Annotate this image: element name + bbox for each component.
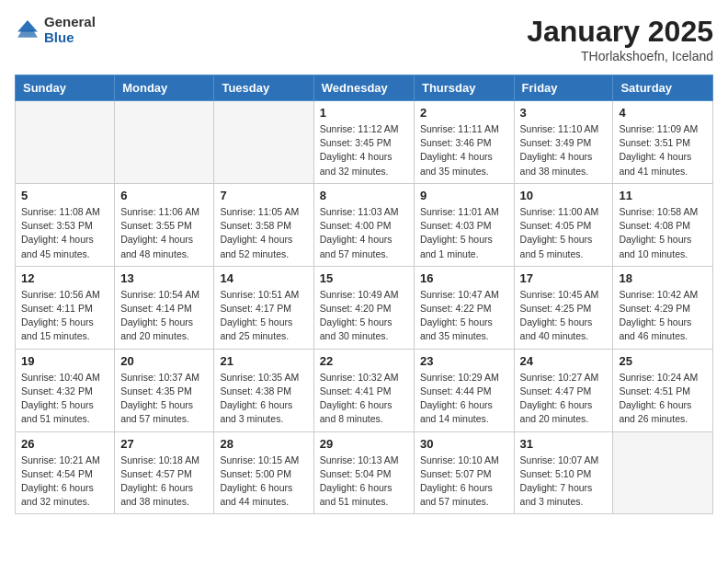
day-info: Sunrise: 10:35 AMSunset: 4:38 PMDaylight… [220,371,307,427]
day-info: Sunrise: 10:32 AMSunset: 4:41 PMDaylight… [320,371,408,427]
calendar-cell [115,101,214,184]
month-title: January 2025 [527,15,713,49]
day-number: 1 [320,106,408,120]
day-number: 30 [420,437,508,451]
calendar-cell: 13Sunrise: 10:54 AMSunset: 4:14 PMDaylig… [115,266,214,349]
logo-blue: Blue [44,29,74,45]
day-info: Sunrise: 10:29 AMSunset: 4:44 PMDaylight… [420,371,508,427]
weekday-header-row: SundayMondayTuesdayWednesdayThursdayFrid… [16,75,713,101]
svg-marker-0 [17,20,38,31]
day-number: 23 [420,354,508,368]
day-number: 5 [21,189,108,202]
calendar-cell: 19Sunrise: 10:40 AMSunset: 4:32 PMDaylig… [16,349,115,431]
day-number: 3 [520,106,608,120]
day-info: Sunrise: 10:10 AMSunset: 5:07 PMDaylight… [420,454,508,510]
calendar-cell: 9Sunrise: 11:01 AMSunset: 4:03 PMDayligh… [414,183,514,266]
calendar-cell: 15Sunrise: 10:49 AMSunset: 4:20 PMDaylig… [313,266,414,349]
day-number: 10 [520,189,608,202]
calendar-cell: 3Sunrise: 11:10 AMSunset: 3:49 PMDayligh… [514,101,613,184]
day-number: 17 [520,271,608,285]
day-number: 11 [619,189,707,202]
day-number: 26 [21,437,108,451]
day-info: Sunrise: 10:37 AMSunset: 4:35 PMDaylight… [120,371,208,427]
calendar-cell: 30Sunrise: 10:10 AMSunset: 5:07 PMDaylig… [414,431,514,514]
day-info: Sunrise: 10:21 AMSunset: 4:54 PMDaylight… [21,454,108,510]
day-info: Sunrise: 10:27 AMSunset: 4:47 PMDaylight… [520,371,608,427]
logo-general: General [44,14,96,29]
calendar-cell: 12Sunrise: 10:56 AMSunset: 4:11 PMDaylig… [16,266,115,349]
week-row-3: 12Sunrise: 10:56 AMSunset: 4:11 PMDaylig… [16,266,713,349]
calendar-cell: 20Sunrise: 10:37 AMSunset: 4:35 PMDaylig… [115,349,214,431]
day-number: 25 [619,354,707,368]
day-number: 8 [320,189,408,202]
calendar-cell: 11Sunrise: 10:58 AMSunset: 4:08 PMDaylig… [613,183,713,266]
calendar-cell: 6Sunrise: 11:06 AMSunset: 3:55 PMDayligh… [115,183,214,266]
weekday-header-tuesday: Tuesday [214,75,313,101]
day-info: Sunrise: 10:18 AMSunset: 4:57 PMDaylight… [120,454,208,510]
day-info: Sunrise: 10:24 AMSunset: 4:51 PMDaylight… [619,371,707,427]
weekday-header-monday: Monday [115,75,214,101]
day-number: 24 [520,354,608,368]
day-info: Sunrise: 10:51 AMSunset: 4:17 PMDaylight… [220,288,307,344]
day-info: Sunrise: 11:06 AMSunset: 3:55 PMDaylight… [120,205,208,261]
page-header: General Blue January 2025 THorlakshoefn,… [15,15,713,63]
calendar-cell: 23Sunrise: 10:29 AMSunset: 4:44 PMDaylig… [414,349,514,431]
day-info: Sunrise: 10:13 AMSunset: 5:04 PMDaylight… [320,454,408,510]
day-number: 18 [619,271,707,285]
day-info: Sunrise: 11:03 AMSunset: 4:00 PMDaylight… [320,205,408,261]
calendar-cell: 18Sunrise: 10:42 AMSunset: 4:29 PMDaylig… [613,266,713,349]
day-info: Sunrise: 11:00 AMSunset: 4:05 PMDaylight… [520,205,608,261]
calendar-cell: 22Sunrise: 10:32 AMSunset: 4:41 PMDaylig… [313,349,414,431]
day-number: 27 [120,437,208,451]
calendar-cell: 8Sunrise: 11:03 AMSunset: 4:00 PMDayligh… [313,183,414,266]
calendar-cell: 24Sunrise: 10:27 AMSunset: 4:47 PMDaylig… [514,349,613,431]
week-row-5: 26Sunrise: 10:21 AMSunset: 4:54 PMDaylig… [16,431,713,514]
day-number: 31 [520,437,608,451]
day-number: 21 [220,354,307,368]
calendar-cell: 26Sunrise: 10:21 AMSunset: 4:54 PMDaylig… [16,431,115,514]
location: THorlakshoefn, Iceland [527,49,713,63]
day-info: Sunrise: 10:15 AMSunset: 5:00 PMDaylight… [220,454,307,510]
day-info: Sunrise: 11:09 AMSunset: 3:51 PMDaylight… [619,122,707,178]
calendar-cell: 1Sunrise: 11:12 AMSunset: 3:45 PMDayligh… [313,101,414,184]
weekday-header-saturday: Saturday [613,75,713,101]
calendar-cell: 4Sunrise: 11:09 AMSunset: 3:51 PMDayligh… [613,101,713,184]
day-info: Sunrise: 10:56 AMSunset: 4:11 PMDaylight… [21,288,108,344]
calendar-table: SundayMondayTuesdayWednesdayThursdayFrid… [15,75,713,514]
day-number: 16 [420,271,508,285]
calendar-cell: 28Sunrise: 10:15 AMSunset: 5:00 PMDaylig… [214,431,313,514]
week-row-4: 19Sunrise: 10:40 AMSunset: 4:32 PMDaylig… [16,349,713,431]
weekday-header-wednesday: Wednesday [313,75,414,101]
day-number: 4 [619,106,707,120]
weekday-header-thursday: Thursday [414,75,514,101]
calendar-cell: 5Sunrise: 11:08 AMSunset: 3:53 PMDayligh… [16,183,115,266]
calendar-cell [214,101,313,184]
day-number: 15 [320,271,408,285]
day-info: Sunrise: 11:10 AMSunset: 3:49 PMDaylight… [520,122,608,178]
day-info: Sunrise: 11:12 AMSunset: 3:45 PMDaylight… [320,122,408,178]
day-number: 29 [320,437,408,451]
day-number: 13 [120,271,208,285]
calendar-cell: 29Sunrise: 10:13 AMSunset: 5:04 PMDaylig… [313,431,414,514]
calendar-cell: 10Sunrise: 11:00 AMSunset: 4:05 PMDaylig… [514,183,613,266]
day-info: Sunrise: 11:05 AMSunset: 3:58 PMDaylight… [220,205,307,261]
week-row-2: 5Sunrise: 11:08 AMSunset: 3:53 PMDayligh… [16,183,713,266]
day-info: Sunrise: 11:08 AMSunset: 3:53 PMDaylight… [21,205,108,261]
day-info: Sunrise: 10:58 AMSunset: 4:08 PMDaylight… [619,205,707,261]
logo: General Blue [15,15,96,45]
day-info: Sunrise: 10:42 AMSunset: 4:29 PMDaylight… [619,288,707,344]
calendar-cell [613,431,713,514]
day-number: 22 [320,354,408,368]
weekday-header-friday: Friday [514,75,613,101]
day-number: 2 [420,106,508,120]
calendar-cell: 25Sunrise: 10:24 AMSunset: 4:51 PMDaylig… [613,349,713,431]
calendar-cell: 7Sunrise: 11:05 AMSunset: 3:58 PMDayligh… [214,183,313,266]
day-info: Sunrise: 10:45 AMSunset: 4:25 PMDaylight… [520,288,608,344]
day-info: Sunrise: 11:11 AMSunset: 3:46 PMDaylight… [420,122,508,178]
day-info: Sunrise: 10:54 AMSunset: 4:14 PMDaylight… [120,288,208,344]
logo-icon [15,17,40,43]
calendar-cell: 17Sunrise: 10:45 AMSunset: 4:25 PMDaylig… [514,266,613,349]
calendar-cell: 2Sunrise: 11:11 AMSunset: 3:46 PMDayligh… [414,101,514,184]
calendar-cell: 16Sunrise: 10:47 AMSunset: 4:22 PMDaylig… [414,266,514,349]
calendar-cell: 27Sunrise: 10:18 AMSunset: 4:57 PMDaylig… [115,431,214,514]
